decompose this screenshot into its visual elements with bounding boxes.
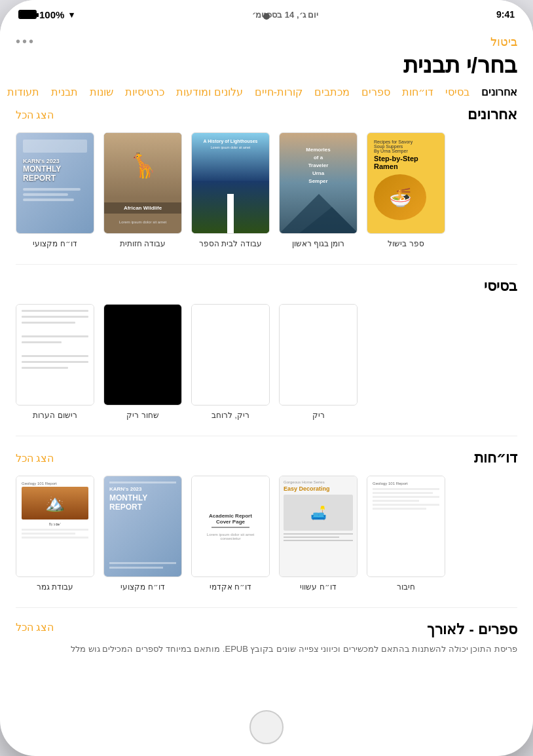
template-monthly-report[interactable]: KARN's 2023MONTHLYREPORT דו״ח מקצועי — [16, 132, 94, 248]
battery-percent: 100% — [39, 9, 64, 20]
front-camera — [263, 13, 270, 20]
template-essay[interactable]: Geology 101 Report חיבור — [367, 476, 445, 592]
reports-title: דו״חות — [474, 449, 517, 466]
cat-item-cards[interactable]: כרטיסיות — [125, 86, 164, 98]
template-academic[interactable]: Academic ReportCover Page Lorem ipsum do… — [191, 476, 270, 592]
status-left: 100% ▾ — [18, 9, 74, 20]
basic-title: בסיסי — [484, 278, 517, 295]
status-date: יום ג׳, 14 בספטמ׳ — [252, 10, 318, 20]
template-label-essay: חיבור — [397, 582, 415, 592]
books-description: פריסת התוכן יכולה להשתנות בהתאם למכשירים… — [16, 643, 517, 655]
template-lighthouse[interactable]: A History of LighthousesLorem ipsum dolo… — [191, 132, 270, 248]
cat-item-letters[interactable]: מכתבים — [314, 86, 350, 98]
divider-2 — [16, 436, 517, 436]
recent-header: הצג הכל אחרונים — [16, 106, 517, 123]
home-button[interactable] — [249, 710, 284, 744]
template-easy[interactable]: Gorgeous Home Series Easy Decorating 🛋️ … — [279, 476, 358, 592]
books-title: ספרים - לאורך — [427, 621, 517, 638]
template-lined[interactable]: רישום הערות — [16, 304, 94, 420]
cat-item-resumes[interactable]: קורות-חיים — [255, 86, 303, 98]
cat-item-recent[interactable]: אחרונים — [481, 86, 517, 98]
ipad-device: 100% ▾ יום ג׳, 14 בספטמ׳ 9:41 ••• ביטול … — [0, 0, 533, 756]
divider-3 — [16, 607, 517, 608]
three-dots: ••• — [16, 34, 35, 49]
content-area: ••• ביטול בחר/י תבנית אחרונים בסיסי דו״ח… — [0, 29, 533, 704]
page-title: בחר/י תבנית — [0, 52, 533, 86]
template-label-monthly: דו״ח מקצועי — [33, 239, 77, 248]
template-monthly2[interactable]: KARN's 2023 MONTHLYREPORT דו״ח מקצועי — [103, 476, 182, 592]
template-label-lined: רישום הערות — [33, 411, 77, 420]
template-label-ramen: ספר בישול — [388, 239, 424, 248]
status-time: 9:41 — [496, 9, 515, 20]
template-geology[interactable]: Geology 101 Report 🏔️ By שם ג' עבודת גמר — [16, 476, 94, 592]
cancel-button[interactable]: ביטול — [490, 35, 517, 49]
template-memories[interactable]: Memoriesof aTravelerUrnaSemper רומן בגוף… — [279, 132, 358, 248]
template-label-academic: דו״ח אקדמי — [210, 582, 251, 592]
cat-item-flyers[interactable]: עלונים ומודעות — [176, 86, 242, 98]
cat-item-certs[interactable]: תעודות — [7, 86, 39, 98]
divider-1 — [16, 264, 517, 265]
template-label-wide: ריק, לרוחב — [211, 411, 249, 420]
template-label-memories: רומן בגוף ראשון — [292, 239, 345, 248]
reports-templates-row: Geology 101 Report 🏔️ By שם ג' עבודת גמר — [16, 476, 517, 592]
template-wide-blank[interactable]: ריק, לרוחב — [191, 304, 270, 420]
wifi-icon: ▾ — [69, 10, 74, 20]
reports-header: הצג הכל דו״חות — [16, 449, 517, 466]
reports-section: הצג הכל דו״חות Geology 101 Report 🏔️ By … — [0, 449, 533, 607]
template-label-blank: ריק — [312, 411, 325, 420]
recent-templates-row: KARN's 2023MONTHLYREPORT דו״ח מקצועי — [16, 132, 517, 248]
cat-item-misc[interactable]: שונות — [90, 86, 113, 98]
recent-title: אחרונים — [468, 106, 517, 123]
category-nav: אחרונים בסיסי דו״חות ספרים מכתבים קורות-… — [0, 86, 533, 106]
books-header: הצג הכל ספרים - לאורך — [16, 621, 517, 638]
basic-header: בסיסי — [16, 278, 517, 295]
cat-item-reports[interactable]: דו״חות — [402, 86, 433, 98]
template-label-lighthouse: עבודה לבית הספר — [199, 239, 262, 248]
template-label-wildlife: עבודה חזותית — [120, 239, 166, 248]
recent-show-all[interactable]: הצג הכל — [16, 109, 54, 121]
basic-templates-row: רישום הערות שחור ריק ריק, לרוחב — [16, 304, 517, 420]
template-label-geology: עבודת גמר — [37, 582, 73, 592]
template-blank[interactable]: ריק — [279, 304, 358, 420]
battery-indicator: 100% — [18, 9, 64, 20]
books-show-all[interactable]: הצג הכל — [16, 621, 54, 633]
cat-item-books[interactable]: ספרים — [361, 86, 390, 98]
template-ramen[interactable]: Recipes for SavorySoup SuppersBy Urna Se… — [367, 132, 445, 248]
battery-icon — [18, 10, 37, 19]
nav-bar: ••• ביטול — [0, 29, 533, 52]
template-label-monthly2: דו״ח מקצועי — [120, 582, 164, 592]
reports-show-all[interactable]: הצג הכל — [16, 452, 54, 464]
cat-item-basic[interactable]: בסיסי — [445, 86, 469, 98]
template-label-easy: דו״ח עשווי — [300, 582, 336, 592]
basic-section: בסיסי — [0, 278, 533, 436]
template-black[interactable]: שחור ריק — [103, 304, 182, 420]
books-section: הצג הכל ספרים - לאורך פריסת התוכן יכולה … — [0, 621, 533, 671]
recent-section: הצג הכל אחרונים KARN's 2023MONTHLYREPORT — [0, 106, 533, 264]
template-wildlife[interactable]: 🦒 African Wildlife Lorem ipsum dolor sit… — [103, 132, 182, 248]
cat-item-templates[interactable]: תבנית — [51, 86, 78, 98]
template-label-black: שחור ריק — [126, 411, 158, 420]
